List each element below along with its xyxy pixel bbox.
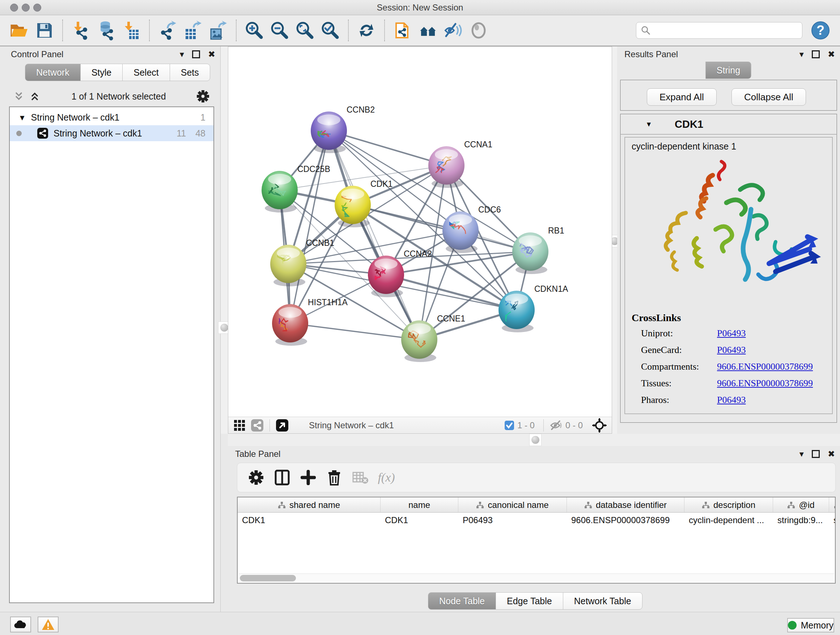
column-header[interactable]: canonical name: [458, 497, 567, 512]
tab-edge-table[interactable]: Edge Table: [496, 592, 563, 610]
selected-checkbox-icon[interactable]: [504, 420, 515, 431]
left-splitter[interactable]: [221, 46, 228, 434]
search-input[interactable]: [651, 25, 798, 35]
network-edge-HIST1H1A-CCNE1[interactable]: [290, 323, 419, 340]
table-cell[interactable]: P06493: [458, 513, 567, 528]
import-database-icon[interactable]: [95, 20, 117, 41]
column-header[interactable]: namespac: [829, 497, 836, 512]
node-label-CDC6: CDC6: [478, 205, 501, 214]
crosslink-value-link[interactable]: P06493: [717, 394, 745, 405]
tab-network-table[interactable]: Network Table: [563, 592, 643, 610]
network-node-CDK1[interactable]: CDK1: [335, 179, 393, 227]
network-edge-CCNB2-CCNE1[interactable]: [329, 131, 419, 340]
memory-button[interactable]: Memory: [787, 618, 834, 632]
crosslink-value-link[interactable]: P06493: [717, 345, 745, 356]
tab-network[interactable]: Network: [25, 64, 81, 81]
collapse-all-button[interactable]: Collapse All: [731, 88, 806, 106]
share-view-icon[interactable]: [251, 419, 264, 432]
gear-icon[interactable]: [196, 89, 210, 103]
homes-icon[interactable]: [417, 20, 439, 41]
network-node-RB1[interactable]: RB1: [512, 226, 564, 274]
float-panel-icon[interactable]: [192, 50, 200, 58]
expand-all-icon[interactable]: [28, 90, 41, 103]
save-icon[interactable]: [34, 20, 55, 41]
crosslink-value-link[interactable]: 9606.ENSP00000378699: [717, 378, 813, 389]
table-cell[interactable]: CDK1: [381, 513, 458, 528]
collapse-arrow-icon[interactable]: ▾: [20, 112, 25, 123]
collapse-all-icon[interactable]: [12, 90, 25, 103]
grid-view-icon[interactable]: [233, 419, 246, 432]
panel-menu-icon[interactable]: ▾: [799, 449, 804, 459]
float-panel-icon[interactable]: [812, 50, 820, 58]
crosslink-row: Compartments:9606.ENSP00000378699: [641, 361, 699, 372]
network-edge-CDK1-RB1[interactable]: [353, 205, 531, 252]
open-in-window-icon[interactable]: [276, 419, 289, 432]
column-header[interactable]: description: [684, 497, 773, 512]
column-header[interactable]: database identifier: [567, 497, 684, 512]
zoom-selected-icon[interactable]: [320, 20, 341, 41]
close-panel-icon[interactable]: ✖: [208, 49, 215, 59]
float-panel-icon[interactable]: [812, 450, 820, 458]
column-header[interactable]: shared name: [238, 497, 381, 512]
zoom-out-icon[interactable]: [269, 20, 290, 41]
scrollbar-thumb[interactable]: [240, 575, 296, 581]
network-edge-CCNB2-HIST1H1A[interactable]: [290, 131, 329, 323]
birdseye-icon[interactable]: [592, 418, 607, 432]
node-table[interactable]: shared namenamecanonical namedatabase id…: [237, 497, 836, 584]
import-network-icon[interactable]: [70, 20, 91, 41]
warning-button[interactable]: [38, 616, 58, 632]
add-column-icon[interactable]: [298, 467, 318, 488]
open-folder-icon[interactable]: [9, 20, 30, 41]
panel-menu-icon[interactable]: ▾: [799, 49, 804, 59]
import-table-icon[interactable]: [121, 20, 142, 41]
tab-select[interactable]: Select: [122, 64, 170, 81]
show-columns-icon[interactable]: [272, 467, 292, 488]
table-cell[interactable]: stringdb: [829, 513, 836, 528]
network-node-HIST1H1A[interactable]: HIST1H1A: [272, 298, 348, 346]
zoom-in-icon[interactable]: [244, 20, 265, 41]
table-panel: Table Panel ▾ ✖ f(x) shared namenamecano…: [228, 446, 840, 612]
column-header[interactable]: name: [381, 497, 458, 512]
gene-section-header[interactable]: ▾ CDK1: [621, 114, 836, 135]
export-table-icon[interactable]: [182, 20, 203, 41]
crosslink-value-link[interactable]: 9606.ENSP00000378699: [717, 361, 813, 372]
table-cell[interactable]: CDK1: [238, 513, 381, 528]
tab-node-table[interactable]: Node Table: [428, 592, 496, 610]
table-cell[interactable]: cyclin-dependent ...: [684, 513, 773, 528]
network-row[interactable]: String Network – cdk1 11 48: [10, 125, 213, 141]
network-node-CCNB2[interactable]: CCNB2: [311, 105, 375, 153]
zoom-fit-icon[interactable]: [294, 20, 316, 41]
network-edge-CCNA2-CDKN1A[interactable]: [386, 275, 516, 310]
tab-style[interactable]: Style: [80, 64, 123, 81]
table-cell[interactable]: 9606.ENSP00000378699: [567, 513, 684, 528]
crosslink-label: Uniprot:: [641, 328, 673, 339]
details-orb-icon[interactable]: [468, 20, 489, 41]
network-canvas[interactable]: CCNB2CCNA1CDC25BCDK1CDC6RB1CCNB1CCNA2CDK…: [228, 46, 612, 434]
table-settings-gear-icon[interactable]: [246, 467, 266, 488]
cloud-button[interactable]: [10, 616, 31, 632]
horizontal-splitter-handle[interactable]: [529, 434, 542, 446]
panel-menu-icon[interactable]: ▾: [180, 49, 184, 59]
column-header[interactable]: @id: [773, 497, 829, 512]
tab-sets[interactable]: Sets: [170, 64, 210, 81]
network-graph[interactable]: CCNB2CCNA1CDC25BCDK1CDC6RB1CCNB1CCNA2CDK…: [228, 47, 612, 417]
crosslink-value-link[interactable]: P06493: [717, 328, 745, 339]
help-icon[interactable]: ?: [811, 21, 830, 40]
close-panel-icon[interactable]: ✖: [828, 49, 835, 59]
table-horizontal-scrollbar[interactable]: [238, 573, 834, 582]
network-collection-row[interactable]: ▾ String Network – cdk1 1: [10, 109, 213, 125]
share-document-icon[interactable]: [392, 20, 413, 41]
network-node-CDKN1A[interactable]: CDKN1A: [499, 284, 568, 333]
close-panel-icon[interactable]: ✖: [828, 449, 835, 459]
refresh-icon[interactable]: [356, 20, 377, 41]
expand-all-button[interactable]: Expand All: [647, 88, 717, 106]
export-image-icon[interactable]: [208, 20, 229, 41]
delete-column-icon[interactable]: [324, 467, 344, 488]
collapse-arrow-icon[interactable]: ▾: [647, 119, 651, 129]
table-cell[interactable]: stringdb:9...: [773, 513, 829, 528]
network-share-icon: [37, 127, 49, 139]
results-tab-string[interactable]: String: [706, 62, 752, 79]
export-network-icon[interactable]: [157, 20, 178, 41]
hide-graphics-icon[interactable]: [443, 20, 464, 41]
search-box[interactable]: [636, 22, 802, 39]
